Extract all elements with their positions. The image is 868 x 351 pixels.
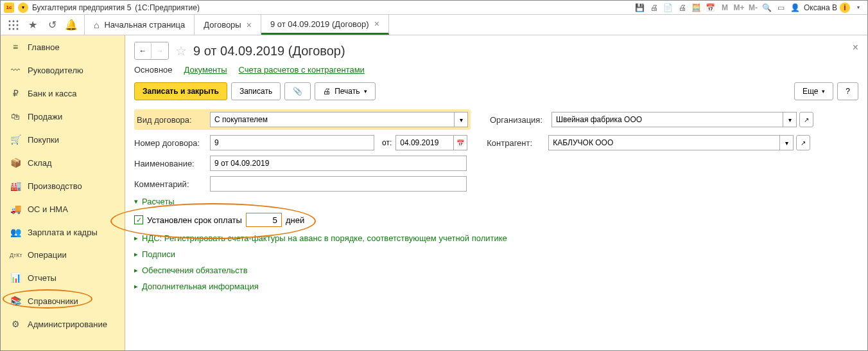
favorite-star-icon[interactable]: ☆ — [175, 43, 187, 59]
section-payments-label: Расчеты — [142, 197, 175, 206]
chevron-right-icon: ▸ — [134, 250, 138, 258]
section-collateral[interactable]: ▸ Обеспечения обязательств — [134, 266, 858, 275]
dropdown-button[interactable]: ▾ — [783, 112, 797, 127]
counterparty-input[interactable] — [548, 135, 779, 150]
notifications-bell-icon[interactable]: 🔔 — [65, 19, 78, 32]
sidebar-item-sales[interactable]: 🛍Продажи — [1, 105, 125, 128]
sidebar-item-operations[interactable]: ДтКтОперации — [1, 244, 125, 266]
memory-mminus-icon[interactable]: M- — [747, 2, 759, 14]
apps-grid-icon[interactable] — [7, 19, 20, 32]
tab-contracts[interactable]: Договоры × — [195, 15, 261, 35]
sidebar-item-label: Руководителю — [28, 66, 83, 75]
comment-label: Комментарий: — [134, 179, 206, 189]
tab-close-icon[interactable]: × — [374, 19, 379, 29]
gear-icon: ⚙ — [10, 319, 21, 329]
box-icon: 📦 — [10, 158, 21, 168]
save-button[interactable]: Записать — [231, 82, 281, 100]
open-reference-button[interactable]: ↗ — [799, 112, 813, 127]
memory-mplus-icon[interactable]: M+ — [733, 2, 745, 14]
info-dropdown-icon[interactable]: ▾ — [853, 2, 864, 14]
info-icon[interactable]: i — [840, 3, 850, 13]
nav-forward-button[interactable]: → — [152, 42, 168, 59]
name-input[interactable] — [210, 156, 467, 171]
print-button[interactable]: 🖨Печать▾ — [315, 82, 375, 100]
contract-number-label: Номер договора: — [134, 138, 206, 148]
truck-icon: 🚚 — [10, 204, 21, 214]
app-menu-dropdown[interactable]: ▾ — [18, 3, 28, 13]
print-icon[interactable]: 🖨 — [648, 2, 660, 14]
memory-m-icon[interactable]: M — [719, 2, 731, 14]
svg-point-0 — [9, 20, 11, 22]
dropdown-button[interactable]: ▾ — [779, 135, 794, 150]
calendar-icon[interactable]: 📅 — [705, 2, 716, 14]
section-signatures-label: Подписи — [142, 249, 175, 259]
print2-icon[interactable]: 🖨 — [677, 2, 688, 14]
barchart-icon: 📊 — [10, 273, 21, 283]
page-title: 9 от 04.09.2019 (Договор) — [193, 44, 345, 59]
sidebar-item-purchases[interactable]: 🛒Покупки — [1, 128, 125, 151]
subtab-accounts[interactable]: Счета расчетов с контрагентами — [239, 65, 365, 75]
help-button[interactable]: ? — [837, 82, 858, 100]
sidebar-item-bank[interactable]: ₽Банк и касса — [1, 82, 125, 105]
subtab-main[interactable]: Основное — [134, 65, 173, 75]
doc-icon[interactable]: 📄 — [663, 2, 674, 14]
sidebar-item-label: Зарплата и кадры — [28, 228, 98, 237]
tab-home[interactable]: ⌂ Начальная страница — [85, 15, 195, 35]
home-icon: ⌂ — [94, 20, 99, 30]
sidebar-item-production[interactable]: 🏭Производство — [1, 174, 125, 197]
svg-point-4 — [13, 24, 15, 26]
print-button-label: Печать — [334, 87, 360, 96]
sidebar-item-warehouse[interactable]: 📦Склад — [1, 151, 125, 174]
save-and-close-button[interactable]: Записать и закрыть — [134, 82, 227, 100]
app-title: Бухгалтерия предприятия 5 — [32, 3, 131, 12]
user-name: Оксана В — [804, 3, 837, 12]
user-icon: 👤 — [790, 2, 801, 14]
organization-label: Организация: — [490, 115, 548, 125]
payment-term-checkbox[interactable]: ✓ — [134, 215, 143, 224]
sidebar-item-assets[interactable]: 🚚ОС и НМА — [1, 197, 125, 221]
payment-days-input[interactable] — [246, 213, 282, 227]
contract-number-input[interactable] — [210, 135, 374, 150]
calc-icon[interactable]: 🧮 — [691, 2, 702, 14]
sidebar-item-hr[interactable]: 👥Зарплата и кадры — [1, 221, 125, 244]
zoom-icon[interactable]: 🔍 — [761, 2, 773, 14]
close-page-icon[interactable]: × — [853, 42, 858, 53]
panel-icon[interactable]: ▭ — [776, 2, 787, 14]
sidebar-item-label: Склад — [28, 158, 52, 168]
contract-date-input[interactable] — [395, 135, 453, 150]
sidebar-item-manager[interactable]: 〰Руководителю — [1, 59, 125, 82]
section-payments[interactable]: ▾ Расчеты — [134, 197, 858, 206]
contract-type-input[interactable] — [210, 112, 454, 127]
calendar-picker-icon[interactable]: 📅 — [453, 135, 467, 150]
dropdown-button[interactable]: ▾ — [454, 112, 468, 127]
subtab-documents[interactable]: Документы — [184, 65, 227, 75]
section-vat[interactable]: ▸ НДС: Регистрировать счета-фактуры на а… — [134, 233, 858, 243]
section-extra-info[interactable]: ▸ Дополнительная информация — [134, 282, 858, 291]
sidebar-item-label: Производство — [28, 181, 82, 191]
sidebar-item-label: ОС и НМА — [28, 204, 68, 214]
sidebar-item-admin[interactable]: ⚙Администрирование — [1, 312, 125, 336]
history-icon[interactable]: ↺ — [46, 19, 58, 32]
svg-point-7 — [13, 28, 15, 30]
section-vat-label: НДС: Регистрировать счета-фактуры на ава… — [142, 233, 507, 243]
attach-button[interactable]: 📎 — [284, 82, 311, 100]
chevron-down-icon: ▾ — [822, 88, 825, 94]
save-icon[interactable]: 💾 — [634, 2, 646, 14]
dtkt-icon: ДтКт — [10, 252, 21, 258]
tab-current-contract[interactable]: 9 от 04.09.2019 (Договор) × — [261, 15, 389, 35]
sidebar-item-references[interactable]: 📚Справочники — [1, 289, 125, 312]
organization-input[interactable] — [551, 112, 783, 127]
comment-input[interactable] — [210, 176, 467, 192]
sidebar-item-main[interactable]: ≡Главное — [1, 35, 125, 59]
open-reference-button[interactable]: ↗ — [796, 135, 810, 150]
nav-back-button[interactable]: ← — [135, 42, 152, 59]
section-extra-label: Дополнительная информация — [142, 282, 259, 291]
tab-close-icon[interactable]: × — [247, 20, 252, 30]
from-label: от: — [382, 138, 392, 147]
section-signatures[interactable]: ▸ Подписи — [134, 249, 858, 259]
favorites-star-icon[interactable]: ★ — [26, 19, 39, 32]
more-button[interactable]: Еще▾ — [794, 82, 833, 100]
sidebar-item-reports[interactable]: 📊Отчеты — [1, 266, 125, 289]
sidebar-item-label: Справочники — [28, 296, 78, 306]
people-icon: 👥 — [10, 227, 21, 237]
